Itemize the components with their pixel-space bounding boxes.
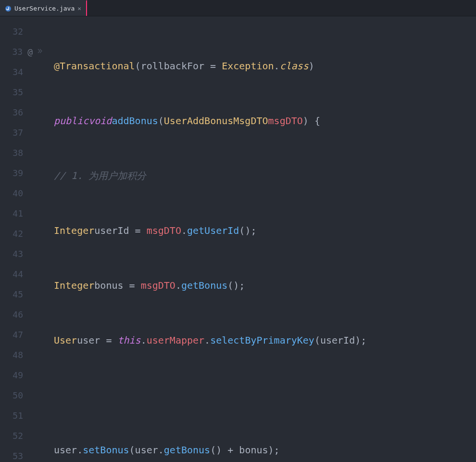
- tab-bar: UserService.java ×: [0, 0, 476, 16]
- line-number: 43: [0, 244, 49, 264]
- close-icon[interactable]: ×: [77, 5, 81, 12]
- code-line: [54, 385, 366, 405]
- line-number: 33@: [0, 41, 49, 62]
- line-number: 36: [0, 102, 49, 122]
- code-line: public void addBonus(UserAddBonusMsgDTO …: [54, 111, 366, 131]
- line-number: 32: [0, 21, 49, 41]
- editor-tab-userservice[interactable]: UserService.java ×: [0, 0, 87, 16]
- code-line: @Transactional(rollbackFor = Exception.c…: [54, 56, 366, 76]
- tab-filename: UserService.java: [14, 5, 75, 12]
- line-number: 52: [0, 425, 49, 446]
- line-number: 48: [0, 345, 49, 365]
- line-number: 44: [0, 264, 49, 284]
- line-number: 49: [0, 365, 49, 385]
- code-line: Integer bonus = msgDTO.getBonus();: [54, 275, 366, 295]
- line-number: 37: [0, 122, 49, 142]
- line-number: 53: [0, 446, 49, 462]
- line-number: 51: [0, 405, 49, 425]
- gutter-annotation-icon: @: [27, 47, 33, 57]
- line-number: 39: [0, 163, 49, 183]
- line-number: 47: [0, 324, 49, 345]
- line-number: 38: [0, 142, 49, 163]
- code-line: // 1. 为用户加积分: [54, 166, 366, 186]
- line-number: 40: [0, 183, 49, 203]
- code-line: User user = this.userMapper.selectByPrim…: [54, 330, 366, 350]
- svg-point-0: [5, 6, 11, 12]
- line-number: 35: [0, 82, 49, 102]
- line-number-gutter: 3233@34353637383940414243444546474849505…: [0, 16, 49, 462]
- code-line: user.setBonus(user.getBonus() + bonus);: [54, 440, 366, 460]
- code-editor[interactable]: 3233@34353637383940414243444546474849505…: [0, 16, 476, 462]
- line-number: 34: [0, 62, 49, 82]
- line-number: 46: [0, 304, 49, 324]
- line-number: 42: [0, 223, 49, 244]
- line-number: 41: [0, 203, 49, 223]
- line-number: 45: [0, 284, 49, 304]
- fold-icon[interactable]: [38, 48, 42, 55]
- line-number: 50: [0, 385, 49, 405]
- code-line: Integer userId = msgDTO.getUserId();: [54, 220, 366, 241]
- java-file-icon: [5, 5, 12, 12]
- code-area[interactable]: @Transactional(rollbackFor = Exception.c…: [49, 16, 366, 462]
